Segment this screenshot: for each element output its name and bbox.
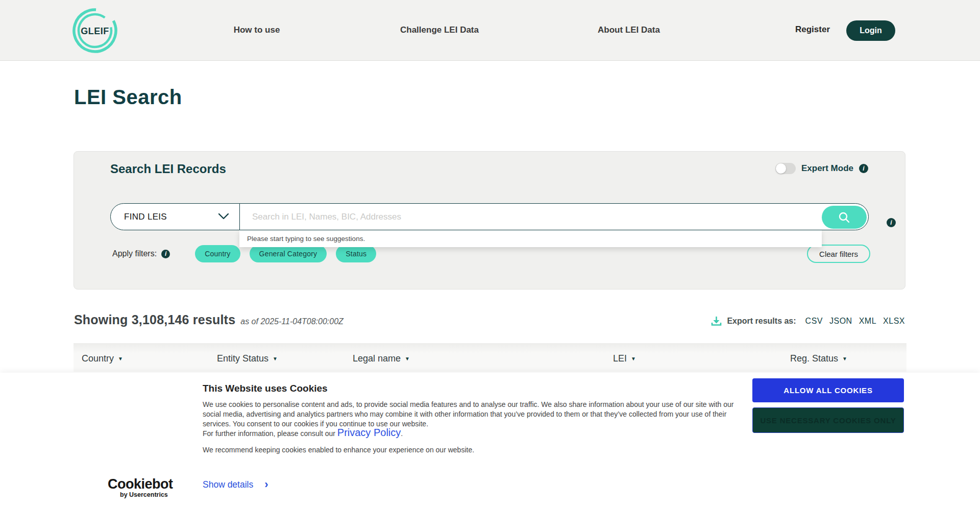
filter-chip-country[interactable]: Country [195, 245, 240, 262]
results-count: Showing 3,108,146 results [74, 312, 235, 327]
column-header-country[interactable]: Country▼ [82, 353, 123, 364]
search-type-label: FIND LEIS [124, 212, 167, 222]
cookiebot-logo[interactable]: Cookiebot by Usercentrics [108, 476, 173, 498]
column-label: Entity Status [217, 353, 268, 364]
export-json-link[interactable]: JSON [829, 317, 852, 326]
header: GLEIF How to use Challenge LEI Data Abou… [0, 0, 980, 61]
column-label: Legal name [353, 353, 401, 364]
nav-about-lei-data[interactable]: About LEI Data [598, 25, 660, 35]
column-header-legal-name[interactable]: Legal name▼ [353, 353, 410, 364]
cookie-recommend-text: We recommend keeping cookies enabled to … [203, 446, 474, 454]
cookie-further-info: For further information, please consult … [203, 427, 403, 439]
export-group: Export results as: CSV JSON XML XLSX [711, 316, 905, 326]
export-xlsx-link[interactable]: XLSX [883, 317, 905, 326]
sort-icon: ▼ [842, 356, 847, 361]
cookie-banner-title: This Website uses Cookies [203, 383, 328, 394]
use-necessary-cookies-button[interactable]: USE NECESSARY COOKIES ONLY [752, 407, 904, 433]
search-row: FIND LEIS Please start typing to see sug… [110, 203, 869, 230]
cookie-banner-body: We use cookies to personalise content an… [203, 400, 733, 429]
info-icon[interactable]: i [859, 164, 868, 173]
download-icon [711, 316, 722, 326]
nav-how-to-use[interactable]: How to use [234, 25, 280, 35]
search-input-wrap [239, 203, 869, 230]
column-label: Country [82, 353, 114, 364]
show-details-link[interactable]: Show details › [203, 479, 268, 490]
gleif-logo-icon: GLEIF [71, 7, 118, 54]
column-header-reg-status[interactable]: Reg. Status▼ [790, 353, 847, 364]
search-icon [838, 211, 851, 224]
search-input[interactable] [240, 204, 817, 230]
cookie-body-line: social media, advertising and analytics … [203, 410, 726, 418]
page-title: LEI Search [74, 86, 182, 109]
clear-filters-button[interactable]: Clear filters [807, 245, 870, 263]
results-summary: Showing 3,108,146 results as of 2025-11-… [74, 312, 344, 327]
cookie-banner: Cookiebot by Usercentrics This Website u… [0, 373, 980, 507]
info-icon[interactable]: i [161, 250, 170, 258]
sort-icon: ▼ [405, 356, 410, 361]
expert-mode-toggle[interactable] [775, 163, 796, 174]
filter-chip-general-category[interactable]: General Category [250, 245, 327, 262]
export-csv-link[interactable]: CSV [805, 317, 823, 326]
filter-chip-status[interactable]: Status [336, 245, 376, 262]
search-panel: Search LEI Records Expert Mode i FIND LE… [74, 151, 905, 289]
apply-filters-label: Apply filters: [112, 249, 157, 258]
search-button[interactable] [822, 206, 867, 229]
toggle-knob [776, 163, 786, 174]
nav-challenge-lei-data[interactable]: Challenge LEI Data [400, 25, 479, 35]
cookie-body-line: We use cookies to personalise content an… [203, 400, 733, 408]
allow-all-cookies-button[interactable]: ALLOW ALL COOKIES [752, 378, 904, 402]
show-details-label: Show details [203, 479, 253, 490]
export-links: CSV JSON XML XLSX [805, 317, 905, 326]
sort-icon: ▼ [631, 356, 636, 361]
filters-row: Apply filters: i Country General Categor… [112, 245, 376, 262]
expert-mode-group: Expert Mode i [775, 163, 868, 174]
cookiebot-name: Cookiebot [108, 476, 173, 492]
search-suggestion-hint: Please start typing to see suggestions. [239, 230, 822, 247]
privacy-policy-link[interactable]: Privacy Policy [337, 427, 401, 438]
chevron-right-icon: › [264, 479, 268, 490]
further-info-prefix: For further information, please consult … [203, 429, 337, 438]
column-label: Reg. Status [790, 353, 838, 364]
further-info-suffix: . [401, 429, 403, 438]
sort-icon: ▼ [118, 356, 123, 361]
search-type-dropdown[interactable]: FIND LEIS [110, 203, 240, 230]
info-icon[interactable]: i [887, 218, 896, 227]
column-label: LEI [613, 353, 627, 364]
gleif-logo[interactable]: GLEIF [71, 7, 118, 54]
filter-chips: Country General Category Status [195, 245, 376, 262]
lei-search-page: GLEIF How to use Challenge LEI Data Abou… [0, 0, 980, 507]
register-link[interactable]: Register [795, 25, 830, 35]
login-button[interactable]: Login [846, 20, 895, 41]
export-xml-link[interactable]: XML [859, 317, 876, 326]
column-header-lei[interactable]: LEI▼ [613, 353, 636, 364]
expert-mode-label: Expert Mode [801, 163, 853, 174]
export-label: Export results as: [727, 317, 796, 326]
results-table-header: Country▼ Entity Status▼ Legal name▼ LEI▼… [74, 343, 906, 372]
chevron-down-icon [218, 213, 229, 220]
sort-icon: ▼ [273, 356, 278, 361]
svg-text:GLEIF: GLEIF [81, 26, 109, 36]
results-as-of: as of 2025-11-04T08:00:00Z [240, 317, 344, 326]
column-header-entity-status[interactable]: Entity Status▼ [217, 353, 278, 364]
search-panel-title: Search LEI Records [110, 162, 226, 176]
cookiebot-byline: by Usercentrics [120, 491, 173, 498]
